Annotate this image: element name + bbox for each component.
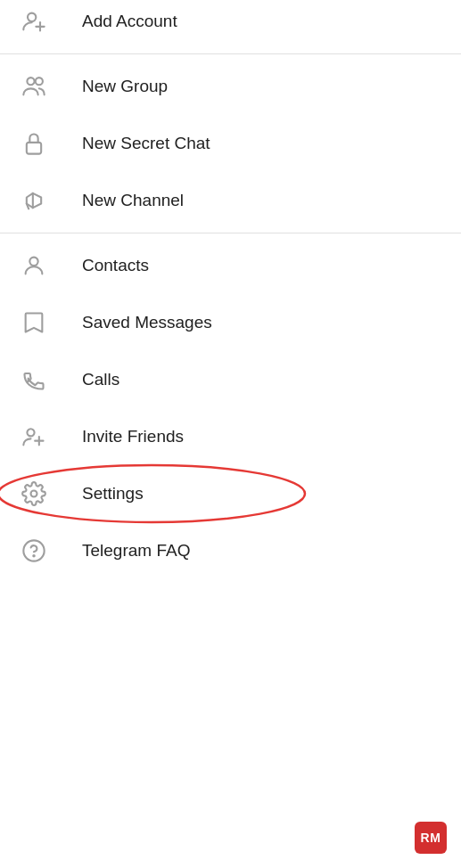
contacts-label: Contacts xyxy=(82,256,149,275)
svg-point-7 xyxy=(29,258,37,266)
sidebar-item-new-group[interactable]: New Group xyxy=(0,58,461,115)
add-account-label: Add Account xyxy=(82,12,177,31)
new-secret-chat-label: New Secret Chat xyxy=(82,134,210,153)
sidebar-item-saved-messages[interactable]: Saved Messages xyxy=(0,294,461,351)
invite-icon xyxy=(21,424,64,449)
sidebar-item-new-channel[interactable]: New Channel xyxy=(0,172,461,229)
svg-point-13 xyxy=(23,540,44,561)
telegram-faq-label: Telegram FAQ xyxy=(82,541,190,561)
new-group-icon xyxy=(21,74,64,99)
plus-user-icon xyxy=(21,9,64,34)
contacts-icon xyxy=(21,253,64,278)
settings-label: Settings xyxy=(82,484,144,504)
svg-point-8 xyxy=(27,429,34,436)
avatar-initials: RM xyxy=(421,831,441,845)
add-account-item[interactable]: Add Account xyxy=(0,0,461,50)
sidebar-item-telegram-faq[interactable]: Telegram FAQ xyxy=(0,522,461,579)
saved-messages-label: Saved Messages xyxy=(82,313,212,332)
svg-point-11 xyxy=(31,491,37,497)
divider-2 xyxy=(0,233,461,233)
calls-icon xyxy=(21,367,64,392)
avatar: RM xyxy=(415,822,447,854)
divider-1 xyxy=(0,53,461,54)
svg-rect-5 xyxy=(27,143,41,154)
svg-point-3 xyxy=(27,78,34,85)
sidebar-item-calls[interactable]: Calls xyxy=(0,351,461,408)
faq-icon xyxy=(21,538,64,563)
settings-icon xyxy=(21,481,64,506)
sidebar-item-new-secret-chat[interactable]: New Secret Chat xyxy=(0,115,461,172)
svg-point-4 xyxy=(36,78,43,85)
new-channel-label: New Channel xyxy=(82,191,184,210)
lock-icon xyxy=(21,131,64,156)
bookmark-icon xyxy=(21,310,64,335)
sidebar-item-settings[interactable]: Settings xyxy=(0,465,461,522)
sidebar-item-contacts[interactable]: Contacts xyxy=(0,237,461,294)
new-group-label: New Group xyxy=(82,77,168,96)
sidebar-item-invite-friends[interactable]: Invite Friends xyxy=(0,408,461,465)
invite-friends-label: Invite Friends xyxy=(82,427,184,446)
svg-point-0 xyxy=(28,13,36,21)
megaphone-icon xyxy=(21,188,64,213)
calls-label: Calls xyxy=(82,370,119,389)
